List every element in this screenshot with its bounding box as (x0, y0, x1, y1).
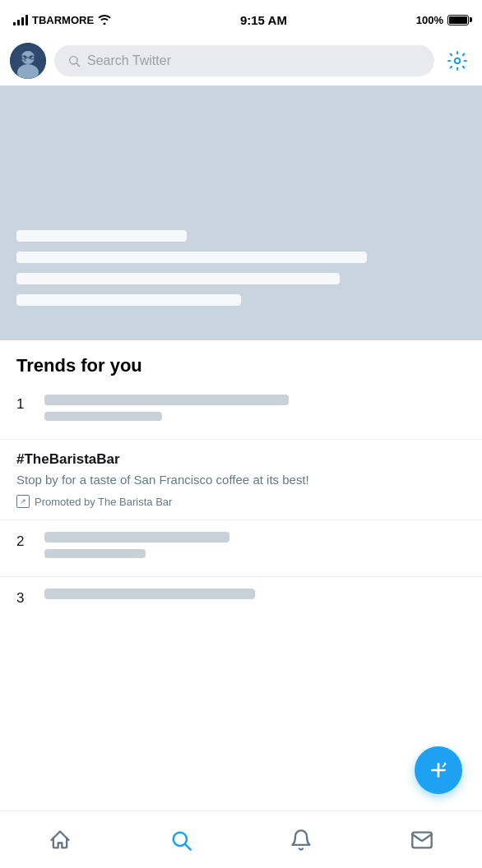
gear-icon (447, 50, 468, 72)
trend-item-3[interactable]: 3 (0, 577, 482, 613)
settings-button[interactable] (443, 46, 472, 76)
status-left: TBARMORE (13, 14, 111, 26)
search-input-wrapper[interactable]: Search Twitter (54, 45, 434, 76)
hero-banner (0, 85, 482, 340)
promoted-tag: #TheBaristaBar (16, 451, 466, 468)
bottom-nav (0, 810, 482, 868)
trend-placeholder-line-3a (44, 589, 255, 599)
nav-home[interactable] (37, 817, 83, 863)
svg-line-15 (185, 844, 190, 849)
trend-number-2: 2 (16, 533, 28, 550)
nav-search[interactable] (158, 817, 204, 863)
hero-line-1 (16, 230, 187, 242)
trend-content-1 (44, 395, 466, 427)
search-icon (67, 54, 81, 67)
trends-title: Trends for you (0, 340, 482, 383)
status-time: 9:15 AM (240, 13, 287, 27)
battery-label: 100% (416, 14, 443, 26)
signal-icon (13, 14, 28, 25)
wifi-icon (98, 15, 111, 25)
search-placeholder: Search Twitter (87, 53, 171, 68)
trend-number-3: 3 (16, 590, 28, 607)
trend-placeholder-line-2a (44, 532, 229, 542)
trend-item-2[interactable]: 2 (0, 520, 482, 577)
trend-content-2 (44, 532, 466, 565)
battery-icon (447, 15, 469, 25)
nav-messages[interactable] (399, 817, 445, 863)
search-bar-container: Search Twitter (0, 36, 482, 85)
compose-icon (428, 760, 449, 781)
trend-placeholder-line-1b (44, 412, 162, 421)
trend-placeholder-line-2b (44, 549, 146, 558)
hero-line-2 (16, 252, 367, 263)
promoted-trend[interactable]: #TheBaristaBar Stop by for a taste of Sa… (0, 440, 482, 520)
trend-item-1[interactable]: 1 (0, 383, 482, 440)
status-right: 100% (416, 14, 469, 26)
bell-icon (290, 829, 313, 852)
mail-icon (410, 829, 433, 852)
trends-section: Trends for you 1 #TheBaristaBar Stop by … (0, 340, 482, 613)
compose-button[interactable] (415, 746, 462, 794)
promoted-label: ↗ Promoted by The Barista Bar (16, 495, 466, 508)
home-icon (49, 829, 72, 852)
promoted-icon: ↗ (16, 495, 30, 508)
nav-notifications[interactable] (278, 817, 324, 863)
status-bar: TBARMORE 9:15 AM 100% (0, 0, 482, 36)
avatar-image (10, 43, 46, 79)
search-nav-icon (169, 829, 192, 852)
svg-line-10 (76, 63, 80, 67)
promoted-description: Stop by for a taste of San Francisco cof… (16, 471, 466, 488)
avatar[interactable] (10, 43, 46, 79)
hero-line-3 (16, 273, 340, 284)
promoted-by-text: Promoted by The Barista Bar (35, 496, 172, 508)
trend-content-3 (44, 589, 466, 606)
svg-rect-5 (24, 60, 26, 62)
svg-point-11 (455, 58, 461, 64)
hero-line-4 (16, 294, 241, 306)
trend-number-1: 1 (16, 396, 28, 413)
trend-placeholder-line-1a (44, 395, 289, 405)
carrier-label: TBARMORE (32, 14, 94, 26)
